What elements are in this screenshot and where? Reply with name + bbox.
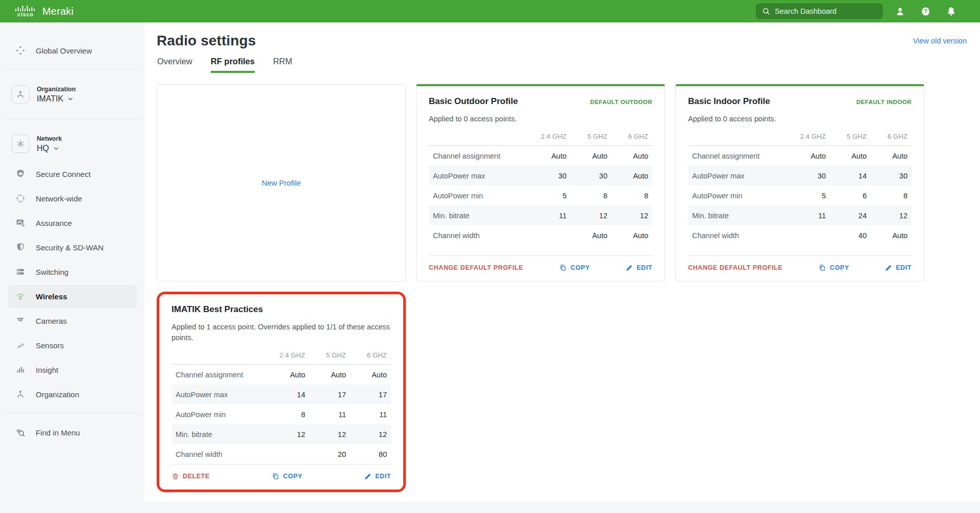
card-footer: DELETE COPY EDIT: [172, 464, 391, 480]
row-value-2-4ghz: 14: [264, 391, 305, 399]
tab-rrm[interactable]: RRM: [273, 57, 292, 73]
row-value-5ghz: 30: [567, 172, 607, 180]
sidebar-item-network-wide[interactable]: Network-wide: [8, 187, 137, 210]
copy-icon: [272, 472, 280, 480]
row-label: Min. bitrate: [176, 430, 264, 439]
sidebar-divider: [6, 69, 142, 70]
view-old-version-link[interactable]: View old version: [913, 37, 967, 45]
row-value-5ghz: 17: [305, 391, 346, 399]
row-value-2-4ghz: 8: [264, 411, 305, 419]
brand: cisco Meraki: [15, 5, 74, 17]
network-wide-icon: [15, 193, 26, 203]
delete-button[interactable]: DELETE: [172, 473, 210, 480]
table-row: Channel width 40 Auto: [688, 225, 912, 245]
sidebar-item-find-in-menu[interactable]: Find in Menu: [8, 421, 137, 444]
row-value-2-4ghz: 12: [264, 430, 305, 439]
tab-overview[interactable]: Overview: [157, 57, 192, 73]
secure-connect-icon: [15, 169, 26, 179]
change-default-profile-button[interactable]: CHANGE DEFAULT PROFILE: [688, 264, 782, 271]
sidebar-item-switching[interactable]: Switching: [8, 260, 137, 284]
row-value-6ghz: 12: [867, 212, 908, 220]
profile-card-basic-indoor-profile: Basic Indoor Profile DEFAULT INDOOR Appl…: [675, 84, 924, 281]
context-label: Network: [37, 135, 62, 142]
sidebar-item-label: Sensors: [36, 341, 64, 350]
row-value-6ghz: 17: [346, 391, 387, 399]
row-value-6ghz: Auto: [867, 152, 908, 160]
row-label: Channel assignment: [433, 152, 526, 160]
edit-icon: [625, 264, 633, 272]
dashboard-search[interactable]: [756, 4, 883, 19]
table-row: Channel width Auto Auto: [429, 225, 652, 245]
sidebar-item-global-overview[interactable]: Global Overview: [8, 39, 137, 62]
row-value-2-4ghz: Auto: [785, 152, 826, 160]
sidebar-context-organization[interactable]: Organization IMATIK: [0, 77, 144, 112]
help-icon[interactable]: ?: [920, 6, 931, 17]
sidebar-item-security-sd-wan[interactable]: Security & SD-WAN: [8, 236, 137, 259]
row-value-5ghz: 24: [826, 212, 867, 220]
edit-icon: [885, 264, 892, 272]
row-label: Channel width: [692, 232, 785, 240]
new-profile-card[interactable]: New Profile: [157, 84, 406, 281]
row-value-6ghz: 8: [607, 192, 648, 200]
row-value-2-4ghz: Auto: [264, 371, 305, 379]
row-value-5ghz: 11: [305, 411, 346, 419]
table-row: AutoPower min 8 11 11: [172, 404, 391, 424]
applied-text: Applied to 1 access point. Overrides app…: [172, 322, 391, 343]
tab-rf-profiles[interactable]: RF profiles: [211, 57, 255, 73]
sidebar-item-label: Network-wide: [36, 194, 82, 203]
row-value-6ghz: Auto: [607, 152, 648, 160]
top-header: cisco Meraki ?: [0, 0, 980, 22]
page-head: Radio settings View old version: [144, 22, 980, 49]
copy-button[interactable]: COPY: [818, 264, 849, 272]
sidebar-item-label: Assurance: [36, 219, 72, 227]
profile-card-title: Basic Outdoor Profile: [429, 96, 518, 107]
notifications-bell-icon[interactable]: [946, 6, 957, 17]
find-in-menu-icon: [15, 427, 26, 438]
context-value: HQ: [37, 144, 49, 153]
sidebar-divider: [6, 119, 142, 119]
row-label: AutoPower min: [176, 411, 264, 419]
user-account-icon[interactable]: [895, 6, 905, 17]
search-icon: [762, 7, 771, 16]
profile-card-title: IMATIK Best Practices: [172, 304, 263, 315]
trash-icon: [172, 473, 179, 480]
column-header-5ghz: 5 GHZ: [567, 133, 607, 140]
sidebar-item-secure-connect[interactable]: Secure Connect: [8, 162, 137, 186]
table-row: Min. bitrate 11 12 12: [429, 206, 652, 225]
table-row: Min. bitrate 12 12 12: [172, 424, 391, 444]
sidebar-item-organization[interactable]: Organization: [8, 382, 137, 406]
network-hub-icon: [11, 135, 30, 153]
chevron-down-icon: [67, 96, 74, 102]
sidebar-item-cameras[interactable]: Cameras: [8, 309, 137, 332]
edit-button[interactable]: EDIT: [625, 264, 652, 272]
row-label: Channel width: [176, 450, 264, 458]
red-highlight-annotation: IMATIK Best Practices Applied to 1 acces…: [157, 292, 406, 492]
organization-box-icon: [11, 85, 30, 104]
row-value-2-4ghz: Auto: [526, 152, 567, 160]
edit-button[interactable]: EDIT: [885, 264, 912, 272]
search-input[interactable]: [775, 7, 877, 15]
row-value-5ghz: Auto: [567, 152, 607, 160]
column-header-6ghz: 6 GHZ: [867, 133, 908, 140]
row-value-6ghz: 11: [346, 411, 387, 419]
new-profile-link[interactable]: New Profile: [262, 178, 301, 187]
sidebar-item-insight[interactable]: Insight: [8, 358, 137, 381]
sidebar-context-network[interactable]: Network HQ: [0, 126, 144, 161]
copy-button[interactable]: COPY: [559, 264, 590, 272]
sidebar-item-label: Organization: [36, 390, 79, 399]
row-value-6ghz: Auto: [607, 172, 648, 180]
row-label: Channel assignment: [692, 152, 785, 160]
row-label: Channel assignment: [176, 371, 264, 379]
sidebar-item-sensors[interactable]: Sensors: [8, 334, 137, 357]
insight-icon: [15, 365, 26, 375]
change-default-profile-button[interactable]: CHANGE DEFAULT PROFILE: [429, 264, 523, 271]
sidebar-item-assurance[interactable]: Assurance: [8, 211, 137, 235]
row-value-5ghz: Auto: [826, 152, 867, 160]
sidebar-item-wireless[interactable]: Wireless: [8, 285, 137, 308]
row-value-6ghz: 80: [346, 450, 387, 458]
row-label: Min. bitrate: [433, 212, 526, 220]
table-header: 2.4 GHZ 5 GHZ 6 GHZ: [172, 351, 391, 365]
row-value-6ghz: Auto: [346, 371, 387, 379]
edit-button[interactable]: EDIT: [364, 473, 391, 480]
copy-button[interactable]: COPY: [272, 472, 303, 480]
